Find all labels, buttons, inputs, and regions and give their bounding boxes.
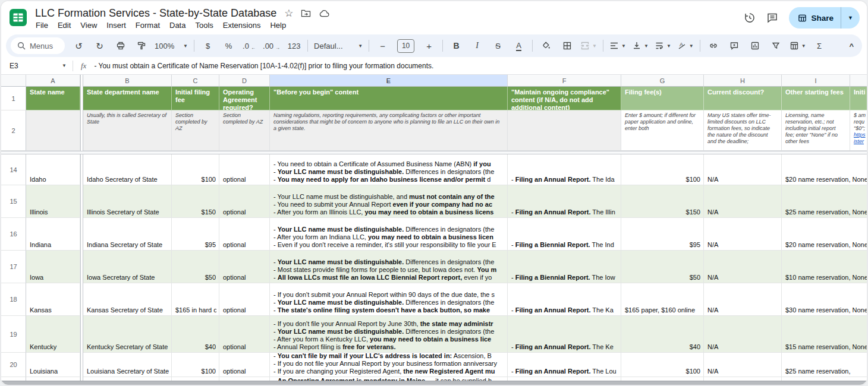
cell-F20-compliance[interactable]: - Filing an Annual Report. The Lou [508,353,621,377]
horizontal-align-button[interactable]: ▼ [606,38,629,53]
row-header-16[interactable]: 16 [1,218,26,251]
cell-F16-compliance[interactable]: - Filing a Biennial Report. The Ind [508,218,621,251]
row-header-2[interactable]: 2 [1,110,26,151]
hide-toolbar-icon[interactable]: ^ [849,42,854,50]
share-dropdown[interactable]: ▼ [841,7,860,29]
sheets-logo-icon[interactable] [10,9,27,26]
cell-F1[interactable]: "Maintain ongoing compliance" content (i… [508,87,621,110]
cell-E14-before-you-begin[interactable]: - You need to obtain a Certificate of As… [270,154,508,185]
cell-A20-state[interactable]: Louisiana [26,353,80,377]
cell-B2[interactable]: Usually, this is called Secretary of Sta… [83,110,172,151]
cell-C15-fee[interactable]: $150 [172,185,219,218]
row-header-20[interactable]: 20 [1,353,26,377]
column-header-G[interactable]: G [621,75,704,87]
column-header-C[interactable]: C [172,75,219,87]
row-header-17[interactable]: 17 [1,251,26,283]
cell-G15-filing-fee[interactable]: $150 [621,185,704,218]
move-folder-icon[interactable] [301,9,311,18]
decrease-font-size-button[interactable]: − [372,38,393,53]
cell-E1[interactable]: "Before you begin" content [270,87,508,110]
cell-F2[interactable] [508,110,621,151]
cell-D15-operating-agreement[interactable]: optional [219,185,270,218]
cell-D16-operating-agreement[interactable]: optional [219,218,270,251]
column-header-B[interactable]: B [83,75,172,87]
cell-F15-compliance[interactable]: - Filing an Annual Report. The Illin [508,185,621,218]
zoom-button[interactable]: 100%▼ [152,38,191,53]
version-history-icon[interactable] [744,12,756,24]
menu-help[interactable]: Help [265,19,291,31]
menus-search[interactable]: Menus [11,37,65,54]
cell-A15-state[interactable]: Illinois [26,185,80,218]
cell-C1[interactable]: Initial filing fee [172,87,219,110]
cell-C18-fee[interactable]: $165 in hard copy [172,283,219,316]
text-rotation-button[interactable]: A▼ [674,38,697,53]
cell-A19-state[interactable]: Kentucky [26,316,80,353]
menu-insert[interactable]: Insert [102,19,131,31]
cell-A17-state[interactable]: Iowa [26,251,80,283]
cell-C20-fee[interactable]: $100 [172,353,219,377]
grid-corner[interactable] [1,75,26,87]
cell-A18-state[interactable]: Kansas [26,283,80,316]
row-header-19[interactable]: 19 [1,316,26,353]
cell-D14-operating-agreement[interactable]: optional [219,154,270,185]
document-title[interactable]: LLC Formation Services - State-by-State … [35,7,276,20]
cell-F17-compliance[interactable]: - Filing a Biennial Report. The Iow [508,251,621,283]
cell-D19-operating-agreement[interactable]: optional [219,316,270,353]
cell-G17-filing-fee[interactable]: $50 [621,251,704,283]
share-button[interactable]: Share ▼ [789,7,860,29]
column-header-E[interactable]: E [270,75,508,87]
cell-H14-discount[interactable]: N/A [704,154,782,185]
cell-I2[interactable]: Licensing, name reservation, etc.; not i… [782,110,850,151]
cell-J2[interactable]: $ amrequ"$0";httpsister [850,110,867,151]
cell-E20-before-you-begin[interactable]: - You can't file by mail if your LLC's a… [270,353,508,377]
cell-B17-department[interactable]: Iowa Secretary of State [83,251,172,283]
cell-J1[interactable]: Initi [850,87,867,110]
column-header-I[interactable]: I [782,75,850,87]
cell-D18-operating-agreement[interactable]: optional [219,283,270,316]
increase-decimals-button[interactable]: .00→ [260,38,284,53]
cell-H20-discount[interactable]: N/A [704,353,782,377]
column-header-A[interactable]: A [26,75,80,87]
cell-A2[interactable] [26,110,80,151]
row-header-1[interactable]: 1 [1,87,26,110]
cell-E18-before-you-begin[interactable]: - If you don't submit your Annual Report… [270,283,508,316]
cell-H16-discount[interactable]: N/A [704,218,782,251]
menu-file[interactable]: File [31,19,53,31]
increase-font-size-button[interactable]: + [419,38,439,53]
star-icon[interactable]: ☆ [284,8,293,18]
cloud-status-icon[interactable] [319,9,330,18]
redo-button[interactable]: ↻ [89,38,110,53]
cell-C2[interactable]: Section completed by AZ [172,110,219,151]
menu-data[interactable]: Data [165,19,190,31]
cell-C16-fee[interactable]: $95 [172,218,219,251]
cell-H2[interactable]: Many US states offer time-limited discou… [704,110,782,151]
cell-I14-other-fees[interactable]: $20 name reservation, None [782,154,867,185]
cell-A14-state[interactable]: Idaho [26,154,80,185]
cell-B14-department[interactable]: Idaho Secretary of State [83,154,172,185]
cell-I19-other-fees[interactable]: $15 name reservation, None [782,316,867,353]
cell-G14-filing-fee[interactable]: $100 [621,154,704,185]
decrease-decimals-button[interactable]: .0← [239,38,260,53]
text-wrapping-button[interactable]: ▼ [652,38,674,53]
italic-button[interactable]: I [467,38,488,53]
cell-F18-compliance[interactable]: - Filing an Annual Report. The Ka [508,283,621,316]
insert-comment-button[interactable] [724,38,745,53]
cell-H17-discount[interactable]: N/A [704,251,782,283]
cell-G19-filing-fee[interactable]: $40 [621,316,704,353]
cell-I16-other-fees[interactable]: $20 name reservation, None [782,218,867,251]
cell-E2[interactable]: Naming regulations, reporting requiremen… [270,110,508,151]
row-header-18[interactable]: 18 [1,283,26,316]
cell-D1[interactable]: Operating Agreement required? [219,87,270,110]
menu-format[interactable]: Format [131,19,165,31]
cell-B18-department[interactable]: Kansas Secretary of State [83,283,172,316]
column-header-H[interactable]: H [704,75,782,87]
cell-F14-compliance[interactable]: - Filing an Annual Report. The Ida [508,154,621,185]
cell-B19-department[interactable]: Kentucky Secretary of State [83,316,172,353]
cell-A16-state[interactable]: Indiana [26,218,80,251]
cell-G20-filing-fee[interactable]: $100 [621,353,704,377]
table-views-button[interactable]: ▼ [787,38,809,53]
format-percent-button[interactable]: % [218,38,239,53]
cell-C17-fee[interactable]: $50 [172,251,219,283]
cell-C14-fee[interactable]: $100 [172,154,219,185]
insert-link-button[interactable] [703,38,724,53]
